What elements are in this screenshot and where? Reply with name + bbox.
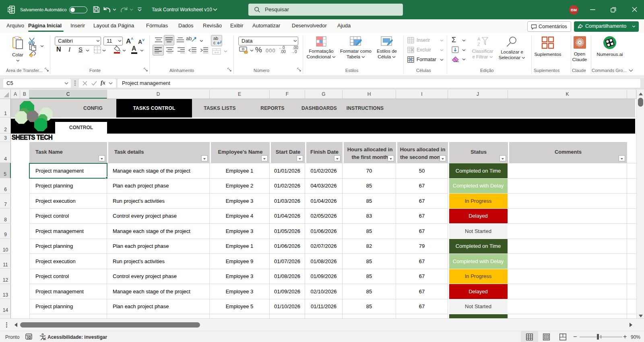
svg-text:A: A (477, 37, 481, 41)
svg-text:Z: Z (477, 42, 480, 47)
